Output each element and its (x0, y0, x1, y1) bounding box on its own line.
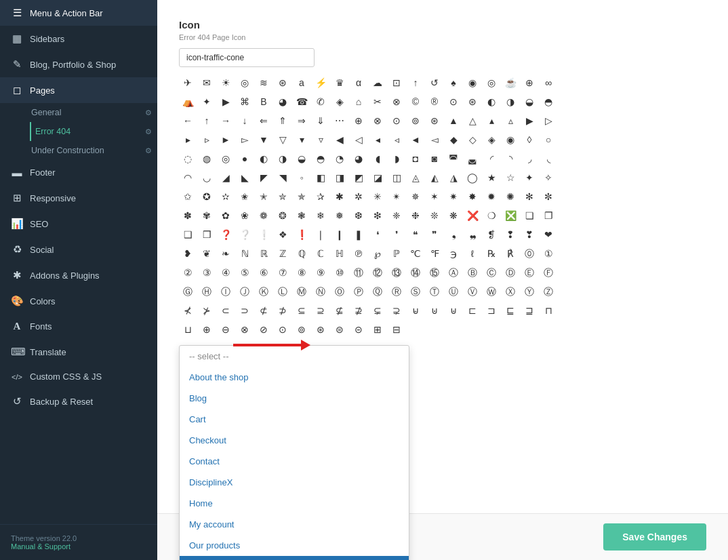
icon-cell[interactable]: ❍ (483, 207, 500, 224)
icon-cell[interactable]: ⇒ (293, 112, 310, 129)
icon-cell[interactable]: ⊗ (388, 93, 405, 111)
icon-cell[interactable]: ⊏ (464, 302, 481, 319)
icon-cell[interactable]: ℤ (274, 245, 291, 262)
sidebar-item-translate[interactable]: ⌨ Translate (0, 339, 157, 365)
sidebar-item-responsive[interactable]: ⊞ Responsive (0, 185, 157, 211)
icon-cell[interactable]: ◓ (312, 150, 329, 167)
icon-cell[interactable]: ❕ (255, 226, 272, 243)
icon-cell[interactable]: ⊙ (388, 112, 405, 129)
dropdown-option-cart[interactable]: Cart (180, 409, 409, 430)
icon-cell[interactable]: ☀ (217, 74, 235, 92)
icon-cell[interactable]: ◍ (198, 150, 216, 167)
icon-cell[interactable]: ❆ (350, 207, 367, 224)
icon-cell[interactable]: ❑ (179, 226, 197, 243)
icon-cell[interactable]: ❟ (445, 226, 462, 243)
icon-cell[interactable]: ❥ (179, 245, 197, 262)
icon-cell[interactable]: Ⓥ (464, 283, 481, 300)
icon-cell[interactable]: ✶ (426, 188, 443, 205)
icon-cell[interactable]: ⑮ (426, 264, 443, 281)
icon-cell[interactable]: Ⓝ (312, 283, 329, 300)
icon-cell[interactable]: ★ (483, 169, 500, 186)
sidebar-item-custom-css[interactable]: </> Custom CSS & JS (0, 365, 157, 388)
icon-cell[interactable]: ⊔ (179, 321, 197, 338)
icon-cell[interactable]: ◗ (388, 150, 405, 167)
icon-cell[interactable]: ≋ (255, 74, 272, 92)
icon-cell[interactable]: ✯ (293, 188, 310, 205)
dropdown-option-ourproducts[interactable]: Our products (180, 535, 409, 556)
general-gear-icon[interactable]: ⚙ (145, 108, 152, 117)
icon-cell[interactable]: ❜ (388, 226, 405, 243)
icon-cell[interactable]: Ⓗ (198, 283, 216, 300)
icon-cell[interactable]: ⑨ (312, 264, 329, 281)
dropdown-option-blog[interactable]: Blog (180, 388, 409, 409)
icon-cell[interactable]: ⊗ (369, 112, 386, 129)
sidebar-item-menu-action-bar[interactable]: ☰ Menu & Action Bar (0, 0, 157, 26)
icon-cell[interactable]: ❤ (540, 226, 557, 243)
icon-cell[interactable]: ∞ (540, 74, 557, 92)
icon-cell[interactable]: Ⓡ (388, 283, 405, 300)
icon-cell[interactable]: Ⓖ (179, 283, 197, 300)
icon-cell[interactable]: ✾ (198, 207, 216, 224)
icon-cell[interactable]: ✪ (198, 188, 216, 205)
icon-cell[interactable]: ⊖ (217, 321, 235, 338)
icon-cell[interactable]: ◩ (350, 169, 367, 186)
icon-cell[interactable]: ⇐ (255, 112, 272, 129)
icon-cell[interactable]: ⓪ (521, 245, 538, 262)
sidebar-item-blog[interactable]: ✎ Blog, Portfolio & Shop (0, 52, 157, 77)
icon-cell[interactable]: ❈ (388, 207, 405, 224)
icon-cell[interactable]: ◒ (293, 150, 310, 167)
icon-cell[interactable]: ◨ (331, 169, 348, 186)
icon-cell[interactable]: ✉ (198, 74, 216, 92)
icon-cell[interactable]: ✂ (369, 93, 386, 111)
icon-cell[interactable]: Ⓑ (464, 264, 481, 281)
icon-cell[interactable]: ⇑ (274, 112, 291, 129)
icon-cell[interactable]: ▹ (198, 131, 216, 148)
icon-cell[interactable]: ℞ (483, 245, 500, 262)
icon-cell[interactable]: ⊐ (483, 302, 500, 319)
icon-cell[interactable]: ⊜ (331, 321, 348, 338)
icon-cell[interactable]: ✬ (236, 188, 254, 205)
icon-cell[interactable]: ◒ (521, 93, 538, 111)
icon-cell[interactable]: ❡ (483, 226, 500, 243)
icon-cell[interactable]: ℗ (350, 245, 367, 262)
icon-cell[interactable]: ☎ (293, 93, 310, 111)
icon-cell[interactable]: ❌ (464, 207, 481, 224)
icon-cell[interactable]: ◞ (521, 150, 538, 167)
icon-cell[interactable]: ⑤ (236, 264, 254, 281)
icon-cell[interactable]: ⊓ (540, 302, 557, 319)
icon-cell[interactable]: ⊞ (369, 321, 386, 338)
icon-cell[interactable]: ℉ (426, 245, 443, 262)
icon-cell[interactable]: ℚ (293, 245, 310, 262)
icon-cell[interactable]: ❃ (293, 207, 310, 224)
icon-cell[interactable]: ⊙ (274, 321, 291, 338)
icon-cell[interactable]: ⊙ (445, 93, 462, 111)
under-construction-gear-icon[interactable]: ⚙ (145, 146, 152, 155)
icon-cell[interactable]: ◉ (464, 74, 481, 92)
icon-cell[interactable]: → (217, 112, 235, 129)
icon-cell[interactable]: ✺ (502, 188, 519, 205)
icon-input[interactable] (179, 48, 315, 67)
sidebar-item-social[interactable]: ♻ Social (0, 237, 157, 262)
icon-cell[interactable]: ❉ (407, 207, 424, 224)
icon-cell[interactable]: ▵ (502, 112, 519, 129)
icon-cell[interactable]: ❇ (369, 207, 386, 224)
icon-cell[interactable]: ⊛ (312, 321, 329, 338)
icon-cell[interactable]: ▼ (255, 131, 272, 148)
icon-cell[interactable]: ⊗ (236, 321, 254, 338)
icon-cell[interactable]: ✳ (369, 188, 386, 205)
icon-cell[interactable]: ◎ (217, 150, 235, 167)
icon-cell[interactable]: ▿ (312, 131, 329, 148)
icon-cell[interactable]: ⊟ (388, 321, 405, 338)
icon-cell[interactable]: ◭ (426, 169, 443, 186)
icon-cell[interactable]: ◑ (502, 93, 519, 111)
icon-cell[interactable]: ❧ (217, 245, 235, 262)
icon-cell[interactable]: ◖ (369, 150, 386, 167)
icon-cell[interactable]: ▲ (445, 112, 462, 129)
icon-cell[interactable]: ✵ (407, 188, 424, 205)
icon-cell[interactable]: B (255, 93, 272, 111)
icon-cell[interactable]: ⊕ (350, 112, 367, 129)
icon-cell[interactable]: ▻ (236, 131, 254, 148)
icon-cell[interactable]: ✧ (540, 169, 557, 186)
icon-cell[interactable]: ✴ (388, 188, 405, 205)
icon-cell[interactable]: ← (179, 112, 197, 129)
